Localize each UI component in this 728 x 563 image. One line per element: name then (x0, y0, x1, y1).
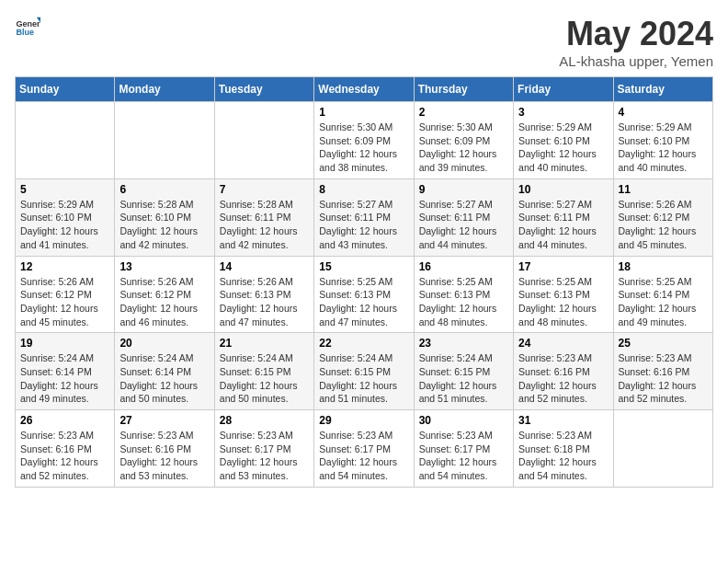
day-number: 19 (20, 337, 109, 350)
calendar-cell: 15Sunrise: 5:25 AM Sunset: 6:13 PM Dayli… (314, 256, 414, 333)
day-number: 24 (518, 337, 608, 350)
day-info: Sunrise: 5:24 AM Sunset: 6:14 PM Dayligh… (119, 351, 209, 406)
day-number: 21 (220, 337, 309, 350)
day-info: Sunrise: 5:23 AM Sunset: 6:18 PM Dayligh… (518, 429, 608, 483)
calendar-week-2: 5Sunrise: 5:29 AM Sunset: 6:10 PM Daylig… (16, 178, 713, 256)
calendar-cell: 11Sunrise: 5:26 AM Sunset: 6:12 PM Dayli… (613, 178, 712, 256)
day-number: 3 (518, 106, 608, 119)
calendar-cell: 12Sunrise: 5:26 AM Sunset: 6:12 PM Dayli… (16, 256, 115, 333)
calendar-cell: 7Sunrise: 5:28 AM Sunset: 6:11 PM Daylig… (214, 178, 313, 256)
day-number: 12 (20, 260, 109, 273)
calendar-cell (16, 102, 115, 179)
day-info: Sunrise: 5:26 AM Sunset: 6:13 PM Dayligh… (220, 275, 309, 329)
day-number: 30 (419, 414, 508, 427)
day-info: Sunrise: 5:26 AM Sunset: 6:12 PM Dayligh… (119, 275, 209, 329)
calendar-cell: 20Sunrise: 5:24 AM Sunset: 6:14 PM Dayli… (115, 333, 214, 410)
day-number: 5 (20, 183, 109, 196)
day-info: Sunrise: 5:25 AM Sunset: 6:14 PM Dayligh… (619, 275, 708, 329)
day-number: 6 (119, 183, 209, 196)
day-info: Sunrise: 5:28 AM Sunset: 6:11 PM Dayligh… (220, 198, 309, 252)
calendar-cell: 10Sunrise: 5:27 AM Sunset: 6:11 PM Dayli… (514, 178, 613, 256)
day-number: 15 (319, 260, 408, 273)
calendar-cell: 21Sunrise: 5:24 AM Sunset: 6:15 PM Dayli… (214, 333, 313, 410)
day-info: Sunrise: 5:29 AM Sunset: 6:10 PM Dayligh… (619, 121, 708, 175)
day-info: Sunrise: 5:23 AM Sunset: 6:17 PM Dayligh… (319, 429, 408, 483)
calendar-cell: 3Sunrise: 5:29 AM Sunset: 6:10 PM Daylig… (514, 102, 613, 179)
day-number: 9 (419, 183, 508, 196)
weekday-header-sunday: Sunday (16, 77, 115, 102)
day-info: Sunrise: 5:26 AM Sunset: 6:12 PM Dayligh… (20, 275, 109, 329)
day-number: 1 (319, 106, 408, 119)
day-info: Sunrise: 5:23 AM Sunset: 6:16 PM Dayligh… (119, 429, 209, 483)
day-info: Sunrise: 5:28 AM Sunset: 6:10 PM Dayligh… (119, 198, 209, 252)
day-info: Sunrise: 5:27 AM Sunset: 6:11 PM Dayligh… (419, 198, 508, 252)
day-info: Sunrise: 5:27 AM Sunset: 6:11 PM Dayligh… (518, 198, 608, 252)
day-number: 28 (220, 414, 309, 427)
calendar-cell: 30Sunrise: 5:23 AM Sunset: 6:17 PM Dayli… (414, 410, 513, 488)
logo-icon: General Blue (15, 15, 40, 40)
calendar-cell: 27Sunrise: 5:23 AM Sunset: 6:16 PM Dayli… (115, 410, 214, 488)
calendar-table: SundayMondayTuesdayWednesdayThursdayFrid… (15, 76, 713, 488)
calendar-cell: 17Sunrise: 5:25 AM Sunset: 6:13 PM Dayli… (514, 256, 613, 333)
day-number: 22 (319, 337, 408, 350)
day-number: 8 (319, 183, 408, 196)
calendar-cell: 9Sunrise: 5:27 AM Sunset: 6:11 PM Daylig… (414, 178, 513, 256)
calendar-cell: 2Sunrise: 5:30 AM Sunset: 6:09 PM Daylig… (414, 102, 513, 179)
day-number: 17 (518, 260, 608, 273)
day-info: Sunrise: 5:23 AM Sunset: 6:16 PM Dayligh… (20, 429, 109, 483)
calendar-cell: 4Sunrise: 5:29 AM Sunset: 6:10 PM Daylig… (613, 102, 712, 179)
day-info: Sunrise: 5:27 AM Sunset: 6:11 PM Dayligh… (319, 198, 408, 252)
day-number: 7 (220, 183, 309, 196)
subtitle: AL-khasha upper, Yemen (559, 53, 713, 69)
day-info: Sunrise: 5:23 AM Sunset: 6:17 PM Dayligh… (419, 429, 508, 483)
day-info: Sunrise: 5:24 AM Sunset: 6:15 PM Dayligh… (419, 351, 508, 406)
calendar-cell: 19Sunrise: 5:24 AM Sunset: 6:14 PM Dayli… (16, 333, 115, 410)
weekday-header-tuesday: Tuesday (214, 77, 313, 102)
day-info: Sunrise: 5:25 AM Sunset: 6:13 PM Dayligh… (419, 275, 508, 329)
day-number: 20 (119, 337, 209, 350)
day-number: 2 (419, 106, 508, 119)
main-title: May 2024 (559, 15, 713, 53)
day-number: 10 (518, 183, 608, 196)
svg-text:Blue: Blue (16, 28, 34, 37)
day-number: 31 (518, 414, 608, 427)
weekday-header-saturday: Saturday (613, 77, 712, 102)
calendar-cell (115, 102, 214, 179)
day-number: 29 (319, 414, 408, 427)
calendar-week-1: 1Sunrise: 5:30 AM Sunset: 6:09 PM Daylig… (16, 102, 713, 179)
calendar-cell: 8Sunrise: 5:27 AM Sunset: 6:11 PM Daylig… (314, 178, 414, 256)
calendar-week-3: 12Sunrise: 5:26 AM Sunset: 6:12 PM Dayli… (16, 256, 713, 333)
title-area: May 2024 AL-khasha upper, Yemen (559, 15, 713, 69)
calendar-cell: 24Sunrise: 5:23 AM Sunset: 6:16 PM Dayli… (514, 333, 613, 410)
day-info: Sunrise: 5:23 AM Sunset: 6:16 PM Dayligh… (619, 351, 708, 406)
day-number: 13 (119, 260, 209, 273)
day-number: 18 (619, 260, 708, 273)
day-info: Sunrise: 5:30 AM Sunset: 6:09 PM Dayligh… (419, 121, 508, 175)
calendar-week-4: 19Sunrise: 5:24 AM Sunset: 6:14 PM Dayli… (16, 333, 713, 410)
weekday-header-friday: Friday (514, 77, 613, 102)
logo: General Blue (15, 15, 40, 40)
calendar-cell: 26Sunrise: 5:23 AM Sunset: 6:16 PM Dayli… (16, 410, 115, 488)
calendar-cell: 23Sunrise: 5:24 AM Sunset: 6:15 PM Dayli… (414, 333, 513, 410)
calendar-cell: 13Sunrise: 5:26 AM Sunset: 6:12 PM Dayli… (115, 256, 214, 333)
day-number: 4 (619, 106, 708, 119)
day-number: 26 (20, 414, 109, 427)
day-info: Sunrise: 5:23 AM Sunset: 6:16 PM Dayligh… (518, 351, 608, 406)
calendar-cell: 22Sunrise: 5:24 AM Sunset: 6:15 PM Dayli… (314, 333, 414, 410)
day-info: Sunrise: 5:30 AM Sunset: 6:09 PM Dayligh… (319, 121, 408, 175)
calendar-cell (214, 102, 313, 179)
day-info: Sunrise: 5:23 AM Sunset: 6:17 PM Dayligh… (220, 429, 309, 483)
calendar-cell: 18Sunrise: 5:25 AM Sunset: 6:14 PM Dayli… (613, 256, 712, 333)
calendar-cell: 31Sunrise: 5:23 AM Sunset: 6:18 PM Dayli… (514, 410, 613, 488)
calendar-cell: 29Sunrise: 5:23 AM Sunset: 6:17 PM Dayli… (314, 410, 414, 488)
calendar-cell: 6Sunrise: 5:28 AM Sunset: 6:10 PM Daylig… (115, 178, 214, 256)
day-number: 16 (419, 260, 508, 273)
day-number: 11 (619, 183, 708, 196)
day-number: 27 (119, 414, 209, 427)
calendar-cell: 25Sunrise: 5:23 AM Sunset: 6:16 PM Dayli… (613, 333, 712, 410)
calendar-cell: 16Sunrise: 5:25 AM Sunset: 6:13 PM Dayli… (414, 256, 513, 333)
day-info: Sunrise: 5:25 AM Sunset: 6:13 PM Dayligh… (319, 275, 408, 329)
calendar-cell: 5Sunrise: 5:29 AM Sunset: 6:10 PM Daylig… (16, 178, 115, 256)
day-info: Sunrise: 5:24 AM Sunset: 6:15 PM Dayligh… (319, 351, 408, 406)
weekday-header-wednesday: Wednesday (314, 77, 414, 102)
